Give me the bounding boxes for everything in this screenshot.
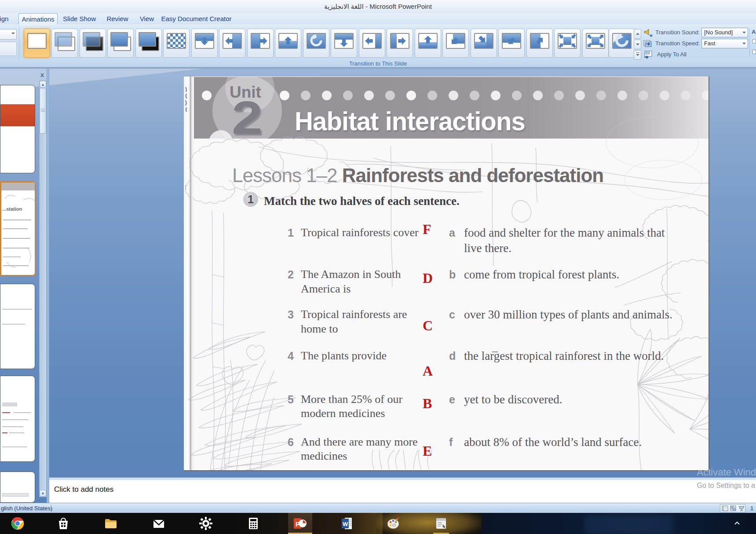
svg-text:W: W: [343, 521, 348, 527]
svg-text:P: P: [296, 521, 299, 528]
